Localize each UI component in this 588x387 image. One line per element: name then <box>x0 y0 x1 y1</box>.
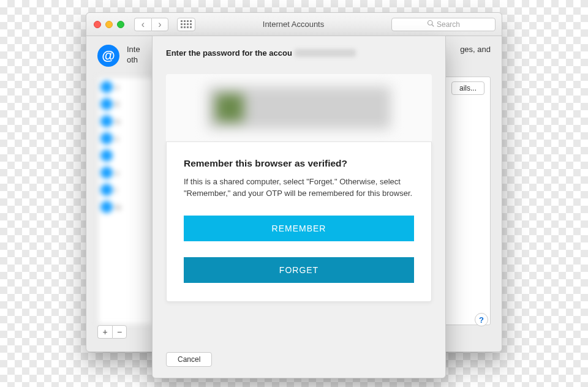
list-item[interactable]: is <box>100 115 151 127</box>
intro-text-left: Inte oth <box>127 45 140 66</box>
svg-line-1 <box>432 24 434 26</box>
help-button[interactable]: ? <box>475 313 488 326</box>
show-all-button[interactable] <box>177 18 195 31</box>
titlebar: ‹ › Internet Accounts Search <box>86 13 502 36</box>
list-item[interactable]: u <box>100 167 151 179</box>
cancel-button[interactable]: Cancel <box>166 352 212 367</box>
window-title: Internet Accounts <box>200 20 386 29</box>
search-icon <box>427 20 434 29</box>
forget-button[interactable]: FORGET <box>184 257 414 283</box>
sidebar-add-remove: + − <box>97 325 127 339</box>
accounts-sidebar: u E is s u t ta <box>97 77 154 325</box>
account-icon <box>100 201 113 213</box>
remember-button[interactable]: REMEMBER <box>184 216 414 241</box>
provider-logo-blurred <box>207 86 391 129</box>
account-icon <box>100 98 113 110</box>
card-body: If this is a shared computer, select "Fo… <box>184 176 414 200</box>
intro-text-right: ges, and <box>460 45 491 55</box>
details-button[interactable]: ails... <box>451 81 484 95</box>
list-item[interactable] <box>100 149 151 162</box>
list-item[interactable]: s <box>100 132 151 145</box>
chevron-right-icon: › <box>158 19 161 30</box>
svg-point-0 <box>428 21 432 26</box>
provider-logo-area <box>166 74 432 141</box>
add-account-button[interactable]: + <box>97 325 112 339</box>
back-button[interactable]: ‹ <box>134 18 151 31</box>
sheet-header: Enter the password for the accou <box>153 36 445 63</box>
account-icon <box>100 167 113 179</box>
nav-back-forward: ‹ › <box>134 18 168 31</box>
list-item[interactable]: E <box>100 98 151 110</box>
verification-card: Remember this browser as verified? If th… <box>166 141 432 302</box>
account-icon <box>100 115 113 127</box>
minimize-window-button[interactable] <box>105 21 113 28</box>
account-icon <box>100 81 113 93</box>
sheet-title: Enter the password for the accou <box>166 48 292 58</box>
remove-account-button[interactable]: − <box>112 325 127 339</box>
forward-button[interactable]: › <box>151 18 168 31</box>
redacted-account-name <box>295 49 356 57</box>
account-icon <box>100 149 113 162</box>
window-controls <box>94 21 124 28</box>
grid-icon <box>181 20 192 28</box>
list-item[interactable]: ta <box>100 201 151 213</box>
chevron-left-icon: ‹ <box>141 19 145 30</box>
card-heading: Remember this browser as verified? <box>184 158 414 169</box>
internet-accounts-icon: @ <box>97 45 119 67</box>
auth-sheet: Enter the password for the accou Remembe… <box>152 36 446 378</box>
list-item[interactable]: u <box>100 81 151 93</box>
close-window-button[interactable] <box>94 21 101 28</box>
search-input[interactable]: Search <box>391 18 496 31</box>
account-icon <box>100 184 113 196</box>
zoom-window-button[interactable] <box>117 21 124 28</box>
list-item[interactable]: t <box>100 184 151 196</box>
search-placeholder: Search <box>437 20 460 29</box>
sheet-footer: Cancel <box>153 344 445 378</box>
account-icon <box>100 132 113 145</box>
